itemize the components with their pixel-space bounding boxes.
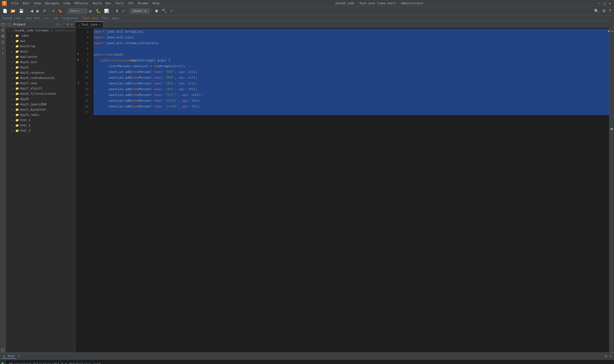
jrebel-icon[interactable]: J (0, 45, 5, 50)
locate-file-button[interactable]: ⊙ (56, 23, 59, 26)
maximize-button[interactable]: □ (602, 1, 607, 5)
tree-item-day16[interactable]: ▸ 📁 day16_cookie&cession (6, 75, 75, 80)
tree-item-day20[interactable]: ▸ 📁 day20 (6, 96, 75, 102)
tree-item-idea[interactable]: ▸ 📁 .idea (6, 33, 75, 38)
tree-item-day17e[interactable]: ▸ 📁 day17_el&jstl (6, 86, 75, 91)
collapse-button[interactable]: ⌃ (62, 23, 65, 26)
run-gutter-7[interactable]: ▶ (75, 51, 81, 57)
tree-item-html3[interactable]: ▸ 📁 html_3 (6, 128, 75, 133)
close-panel-button[interactable]: ✕ (609, 354, 612, 358)
web-icon[interactable] (0, 34, 5, 39)
day17c-label: day17_case (20, 81, 37, 85)
breadcrumb-project[interactable]: JavaSE_code (2, 16, 21, 20)
app-icon: I (2, 1, 7, 6)
tree-item-daolianzhe[interactable]: ▸ 📁 daolianzhe (6, 54, 75, 59)
tree-item-day17c[interactable]: ▸ 📁 day17_case (6, 80, 75, 86)
tree-item-day22[interactable]: ▸ 📁 day22_Ajax&Json (6, 107, 75, 112)
menu-run[interactable]: Run (104, 1, 113, 6)
console-area[interactable]: "D:\1program file\Java\jdk1.8.0_231\bin\… (6, 360, 614, 364)
jrebel-selector[interactable]: JRebel ▼ (130, 8, 149, 14)
aws-icon[interactable] (0, 51, 5, 56)
menu-window[interactable]: Window (136, 1, 150, 6)
menu-navigate[interactable]: Navigate (43, 1, 61, 6)
day22-chevron: ▸ (12, 108, 14, 111)
open-button[interactable]: 📂 (10, 8, 17, 14)
tree-item-day19[interactable]: ▸ 📁 day19_filter&listener (6, 91, 75, 96)
day20-icon: 📁 (15, 97, 19, 101)
tree-item-bootstrap[interactable]: ▸ 📁 bootStrap (6, 44, 75, 49)
expand-button[interactable]: ↕ (60, 23, 61, 26)
save-button[interactable]: 💾 (18, 8, 25, 14)
forward-button[interactable]: ▶ (35, 8, 40, 14)
menu-refactor[interactable]: Refactor (73, 1, 91, 6)
stop-button[interactable]: ⏹ (154, 8, 160, 14)
run-tab-close[interactable]: ✕ (18, 355, 20, 358)
html3-icon: 📁 (15, 129, 19, 132)
tree-item-daier[interactable]: ▸ 📁 daier (6, 49, 75, 54)
run-button[interactable]: ▶ (88, 8, 94, 14)
tree-item-html1[interactable]: ▸ 📁 html_1 (6, 117, 75, 123)
hide-button[interactable]: ✕ (70, 23, 73, 26)
separator-4 (112, 8, 112, 14)
breadcrumb-method[interactable]: main (113, 16, 119, 20)
tree-item-day15[interactable]: ▸ 📁 day15 (6, 65, 75, 70)
day22-icon: 📁 (15, 108, 19, 111)
tree-item-html2[interactable]: ▸ 📁 html_2 (6, 123, 75, 128)
search-everywhere-button[interactable]: 🔍 (593, 8, 600, 14)
menu-build[interactable]: Build (91, 1, 103, 6)
coverage-button[interactable]: 📊 (103, 8, 110, 14)
close-button[interactable]: ✕ (608, 1, 612, 5)
rerun-button[interactable]: ▶ (0, 361, 5, 364)
breadcrumb-package[interactable]: liudashuai (62, 16, 79, 20)
menu-view[interactable]: View (32, 1, 43, 6)
scroll-up-icon[interactable]: ▲ (612, 29, 614, 32)
tree-item-aaa[interactable]: ▸ 📁 aaa (6, 38, 75, 44)
tree-root[interactable]: ▾ ☕ JavaSE_code [stream] E:\IdeaProjects (6, 28, 75, 33)
menu-tools[interactable]: Tools (113, 1, 126, 6)
settings-button-bottom[interactable]: ⚙ (605, 354, 608, 358)
menu-edit[interactable]: Edit (21, 1, 32, 6)
vcs-commit-button[interactable]: ✓ (121, 8, 126, 14)
minimize-button[interactable]: ─ (597, 1, 601, 5)
run-config-selector[interactable]: Test ▾ (68, 8, 87, 14)
warning-gutter-12[interactable]: ⚠ (75, 80, 81, 85)
breadcrumb-src[interactable]: src (44, 16, 49, 20)
breadcrumb-com[interactable]: com (53, 16, 58, 20)
code-editor[interactable]: import java.util.ArrayList; import java.… (91, 28, 609, 352)
daier-icon: 📁 (15, 50, 19, 53)
tree-item-day14[interactable]: ▸ 📁 day14_test (6, 59, 75, 65)
structure-button[interactable]: ≡ (51, 8, 56, 14)
tab-testjava[interactable]: ☕ Test.java ✕ (75, 21, 103, 27)
menu-help[interactable]: Help (151, 1, 161, 6)
build2-button[interactable]: 🔨 (161, 8, 168, 14)
breadcrumb-module[interactable]: idea_test (25, 16, 40, 20)
menu-file[interactable]: File (10, 1, 20, 6)
run-gutter-8[interactable]: ▶ (75, 57, 81, 62)
vcs-update-button[interactable]: ⬇ (114, 8, 120, 14)
tree-item-day15r[interactable]: ▸ 📁 day15_response (6, 70, 75, 75)
editor-content[interactable]: ▶ ▶ ⚠ 3 4 5 6 7 8 (75, 28, 614, 352)
breadcrumb-class[interactable]: Test (102, 16, 109, 20)
main-layout: J Project ⊙ ↕ ⌃ ⚙ ✕ ▾ ☕ JavaSE_code (0, 21, 614, 352)
new-file-button[interactable]: 📄 (1, 8, 9, 14)
breadcrumb-file[interactable]: Test.java (82, 16, 98, 20)
menu-vcs[interactable]: VCS (126, 1, 135, 6)
back-button[interactable]: ◀ (29, 8, 34, 14)
check-button[interactable]: ✓ (169, 8, 174, 14)
menu-code[interactable]: Code (62, 1, 72, 6)
project-icon[interactable] (0, 22, 5, 27)
settings-button[interactable]: ⚙ (601, 8, 607, 14)
debug-button[interactable]: 🐛 (95, 8, 102, 14)
tree-item-day23[interactable]: ▸ 📁 day23_redis (6, 112, 75, 117)
aws-toolkit-icon[interactable] (0, 347, 5, 352)
run-tab[interactable]: ▶ Test (2, 354, 16, 359)
settings-icon[interactable]: ⚙ (66, 23, 69, 26)
translate-button[interactable]: T (608, 8, 613, 14)
tab-close-button[interactable]: ✕ (99, 23, 100, 26)
refresh-button[interactable]: ↺ (41, 8, 47, 14)
tree-item-day21[interactable]: ▸ 📁 day21_jquery高级 (6, 102, 75, 107)
bookmark-button[interactable]: 🔖 (57, 8, 64, 14)
structure-icon[interactable] (0, 28, 5, 33)
bookmarks-icon[interactable] (0, 39, 5, 45)
bootstrap-chevron: ▸ (12, 45, 14, 48)
